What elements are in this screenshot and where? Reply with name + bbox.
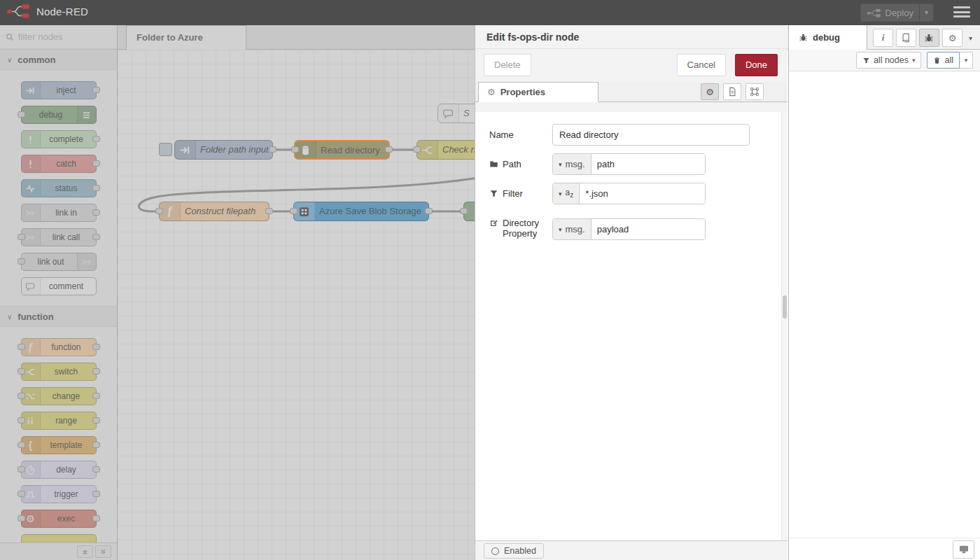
edit-form: Name Path ▾ msg. Filter [475,112,781,540]
node-settings-button[interactable]: ⚙ [701,83,719,100]
funnel-icon [489,189,498,198]
circle-icon [491,547,499,555]
gear-icon: ⚙ [948,33,957,43]
bug-icon [799,33,808,42]
trash-icon [933,57,941,64]
sidebar-tabs-caret-icon[interactable]: ▾ [965,34,976,42]
tab-debug[interactable]: debug [789,25,867,50]
edit-shade-overlay [0,25,475,560]
config-tab-button[interactable]: ⚙ [942,29,962,47]
filter-field[interactable] [580,183,705,204]
tab-properties[interactable]: ⚙ Properties [478,82,598,102]
filter-button-label: all nodes [874,55,909,65]
directory-property-type-select[interactable]: ▾ msg. [553,219,592,239]
filter-typed-input: ▾ az [552,183,706,204]
node-red-logo: Node-RED [7,3,88,20]
node-appearance-button[interactable] [746,83,764,100]
right-sidebar: debug i ⚙ ▾ all nodes ▾ all ▾ [788,25,980,560]
caret-down-icon: ▾ [559,226,562,233]
debug-filter-button[interactable]: all nodes ▾ [856,52,922,69]
node-red-logo-icon [7,3,31,20]
edit-panel-scrollbar[interactable] [781,112,788,540]
caret-down-icon: ▾ [559,161,562,168]
path-field[interactable] [592,154,705,174]
edit-node-panel: Edit fs-ops-dir node Delete Cancel Done … [475,25,788,560]
selection-frame-icon [750,87,760,97]
form-row-filter: Filter ▾ az [489,183,771,204]
sidebar-tabbar: debug i ⚙ ▾ [789,25,980,50]
delete-button[interactable]: Delete [484,54,531,76]
tab-label: Properties [500,87,545,97]
form-row-path: Path ▾ msg. [489,153,771,175]
name-field[interactable] [552,124,750,146]
done-button[interactable]: Done [735,54,778,76]
clear-button-label: all [944,55,953,65]
directory-property-typed-input: ▾ msg. [552,218,706,240]
debug-clear-button[interactable]: all [927,52,960,69]
edit-panel-tabs: ⚙ Properties ⚙ [475,82,788,102]
app-header: Node-RED Deploy ▾ [0,0,980,25]
filter-type-select[interactable]: ▾ az [553,183,580,204]
bug-icon [924,33,934,43]
gear-icon: ⚙ [487,87,496,97]
debug-toolbar: all nodes ▾ all ▾ [789,50,980,71]
app-title: Node-RED [36,6,88,18]
info-icon: i [882,32,885,43]
main-menu-button[interactable] [953,6,970,19]
document-icon [727,87,737,97]
sidebar-tab-label: debug [813,32,840,43]
debug-clear-options-button[interactable]: ▾ [960,52,973,69]
string-type-icon: az [566,188,574,199]
directory-property-field[interactable] [592,219,705,239]
deploy-nodes-icon [867,8,881,18]
debug-tab-button[interactable] [919,29,939,47]
open-debug-window-button[interactable] [953,540,974,559]
form-row-directory-property: Directory Property ▾ msg. [489,212,771,240]
directory-property-label: Directory Property [489,212,559,240]
edit-panel-toolbar: Delete Cancel Done [475,49,788,82]
path-type-select[interactable]: ▾ msg. [553,154,592,174]
info-tab-button[interactable]: i [873,29,893,47]
deploy-label: Deploy [881,8,919,18]
caret-down-icon: ▾ [912,57,916,64]
form-row-name: Name [489,124,771,146]
node-description-button[interactable] [723,83,741,100]
path-typed-input: ▾ msg. [552,153,706,175]
filter-label: Filter [489,183,552,204]
node-enabled-toggle[interactable]: Enabled [484,543,544,559]
book-icon [901,33,911,43]
debug-messages-list [789,72,980,538]
enabled-label: Enabled [504,546,536,556]
deploy-options-caret-icon[interactable]: ▾ [919,4,933,21]
pencil-square-icon [489,218,498,227]
edit-panel-title: Edit fs-ops-dir node [475,25,788,49]
folder-icon [489,160,498,169]
edit-panel-footer: Enabled [475,540,788,560]
debug-footer [789,538,980,560]
cancel-button[interactable]: Cancel [677,54,726,76]
scrollbar-thumb[interactable] [783,295,787,318]
deploy-button[interactable]: Deploy ▾ [860,4,934,22]
name-label: Name [489,124,552,146]
funnel-icon [862,57,870,64]
path-label: Path [489,153,552,175]
monitor-icon [958,544,969,555]
gear-icon: ⚙ [706,87,714,97]
caret-down-icon: ▾ [559,190,562,197]
help-tab-button[interactable] [896,29,916,47]
